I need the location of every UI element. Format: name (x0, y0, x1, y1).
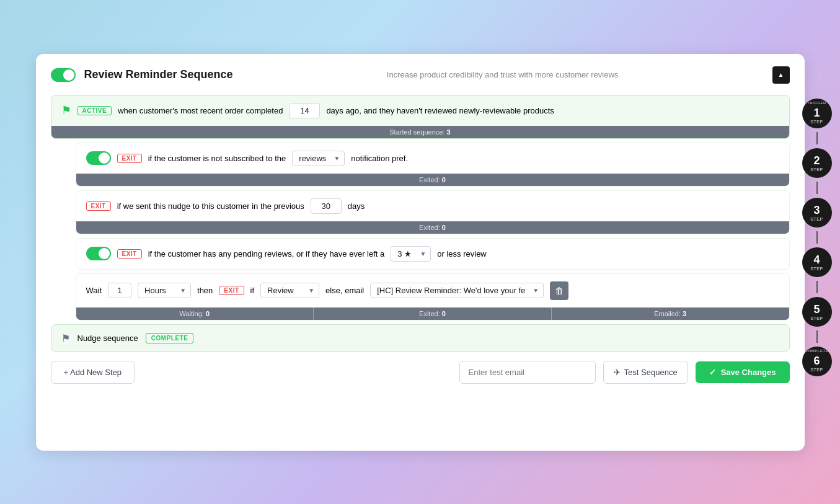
step3-stats: Exited: 0 (76, 221, 789, 234)
step5-if-label: if (250, 286, 255, 295)
step2-step-label: STEP (810, 167, 823, 172)
step6-complete-label: COMPLETE (805, 349, 828, 353)
save-label: Save Changes (721, 368, 776, 377)
step5-connector (816, 330, 818, 343)
trigger-section: ⚑ ACTIVE when customer's most recent ord… (51, 95, 790, 139)
nudge-section: ⚑ Nudge sequence COMPLETE (51, 324, 790, 352)
step4-step-label: STEP (810, 267, 823, 271)
step5-delete-button[interactable]: 🗑 (550, 281, 568, 300)
step5-circle: 5 STEP (802, 297, 832, 327)
step4-section: EXIT if the customer has any pending rev… (76, 238, 790, 270)
trigger-flag-icon: ⚑ (61, 104, 71, 117)
step5-else-label: else, email (325, 286, 364, 295)
trash-icon: 🗑 (555, 286, 564, 296)
step6-circle: COMPLETE 6 STEP (802, 347, 832, 376)
step2-dropdown[interactable]: reviews email sms (292, 151, 345, 166)
step2-exit-badge: EXIT (117, 154, 142, 163)
step2-text-before: if the customer is not subscribed to the (148, 154, 286, 163)
step3-text-before: if we sent this nudge to this customer i… (117, 201, 304, 211)
step5-email-wrap: [HC] Review Reminder: We'd love your fee… (370, 283, 544, 298)
step5-emailed-stats: Emailed: 3 (552, 307, 789, 320)
step2-text-after: notification pref. (351, 154, 408, 163)
step5-stats-bar: Waiting: 0 Exited: 0 Emailed: 3 (76, 307, 789, 320)
step5-exit-badge: EXIT (219, 286, 244, 295)
step1-number: 1 (813, 107, 820, 120)
step3-section: EXIT if we sent this nudge to this custo… (76, 190, 790, 234)
step2-dropdown-wrap: reviews email sms ▼ (292, 151, 345, 166)
send-icon: ✈ (614, 368, 621, 377)
step1-step-label: STEP (810, 120, 823, 124)
add-step-button[interactable]: + Add New Step (51, 361, 135, 384)
step5-waiting-stats: Waiting: 0 (76, 307, 314, 320)
step3-days-input[interactable] (311, 198, 342, 214)
check-icon: ✓ (709, 368, 716, 377)
step2-circle: 2 STEP (802, 148, 832, 178)
step2-section: EXIT if the customer is not subscribed t… (76, 143, 790, 187)
footer: + Add New Step ✈ Test Sequence ✓ Save Ch… (51, 361, 790, 384)
sequence-title: Review Reminder Sequence (84, 68, 233, 81)
step3-text-after: days (348, 201, 365, 211)
step5-step-label: STEP (810, 316, 823, 321)
step2-stats: Exited: 0 (76, 174, 789, 186)
trigger-stats: Started sequence: 3 (51, 126, 789, 138)
step3-number: 3 (813, 204, 820, 217)
test-sequence-label: Test Sequence (624, 368, 678, 377)
nudge-flag-icon: ⚑ (61, 332, 70, 344)
step5-rail: 5 STEP (802, 293, 832, 343)
step4-text-after: or less review (437, 249, 486, 259)
step4-toggle[interactable] (86, 247, 111, 260)
step5-wait-unit-wrap: Hours Days Minutes ▼ (138, 283, 191, 298)
step2-rail: 2 STEP (802, 144, 832, 194)
sequence-toggle[interactable] (51, 68, 76, 82)
collapse-button[interactable]: ▲ (772, 66, 790, 84)
trigger-body: ⚑ ACTIVE when customer's most recent ord… (51, 95, 789, 126)
step5-email-select[interactable]: [HC] Review Reminder: We'd love your fee… (370, 283, 544, 298)
step3-rail: 3 STEP (802, 194, 832, 244)
nudge-text: Nudge sequence (77, 334, 138, 343)
step4-exit-badge: EXIT (117, 249, 142, 259)
step5-then-label: then (197, 286, 213, 295)
step5-wait-input[interactable] (108, 283, 131, 298)
trigger-days-input[interactable] (289, 103, 320, 118)
step4-star-select[interactable]: 3 ★ 1 ★ 2 ★ 4 ★ (391, 246, 431, 262)
step4-rail: 4 STEP (802, 244, 832, 293)
save-changes-button[interactable]: ✓ Save Changes (696, 361, 790, 383)
step3-exit-badge: EXIT (86, 201, 111, 211)
steps-rail: TRIGGER 1 STEP 2 STEP 3 STEP (802, 95, 832, 380)
trigger-active-badge: ACTIVE (77, 106, 112, 115)
step4-star-wrap: 3 ★ 1 ★ 2 ★ 4 ★ ▼ (391, 246, 431, 262)
card-header: Review Reminder Sequence Increase produc… (51, 66, 790, 84)
step6-number: 6 (813, 355, 820, 368)
trigger-text-before: when customer's most recent order comple… (118, 106, 283, 115)
step1-trigger-label: TRIGGER (807, 101, 826, 105)
sequence-description: Increase product credibility and trust w… (242, 70, 764, 79)
step5-number: 5 (813, 303, 820, 316)
step4-text-before: if the customer has any pending reviews,… (148, 249, 385, 259)
test-sequence-button[interactable]: ✈ Test Sequence (603, 361, 688, 384)
step6-rail: COMPLETE 6 STEP (802, 343, 832, 380)
test-email-input[interactable] (459, 361, 596, 384)
trigger-text-after: days ago, and they haven't reviewed newl… (326, 106, 554, 115)
step5-section: Wait Hours Days Minutes ▼ then EXIT if (76, 273, 790, 321)
sequence-card: Review Reminder Sequence Increase produc… (36, 54, 805, 451)
step3-step-label: STEP (810, 217, 823, 221)
step1-rail: TRIGGER 1 STEP (802, 95, 832, 144)
step3-connector (816, 231, 818, 244)
step4-number: 4 (813, 254, 820, 267)
step4-body: EXIT if the customer has any pending rev… (76, 239, 789, 269)
step5-wait-label: Wait (86, 286, 102, 295)
step5-wait-unit-select[interactable]: Hours Days Minutes (138, 283, 191, 298)
step2-number: 2 (813, 154, 820, 167)
step5-if-wrap: Review Purchase ▼ (260, 283, 319, 298)
step1-connector (816, 132, 818, 144)
step2-body: EXIT if the customer is not subscribed t… (76, 143, 789, 174)
step2-toggle[interactable] (86, 151, 111, 165)
step5-if-select[interactable]: Review Purchase (260, 283, 319, 298)
step3-body: EXIT if we sent this nudge to this custo… (76, 191, 789, 221)
step3-circle: 3 STEP (802, 198, 832, 228)
step4-circle: 4 STEP (802, 247, 832, 277)
step5-body: Wait Hours Days Minutes ▼ then EXIT if (76, 274, 789, 307)
step6-step-label: STEP (810, 368, 823, 372)
step2-connector (816, 182, 818, 194)
nudge-complete-badge: COMPLETE (146, 333, 194, 343)
